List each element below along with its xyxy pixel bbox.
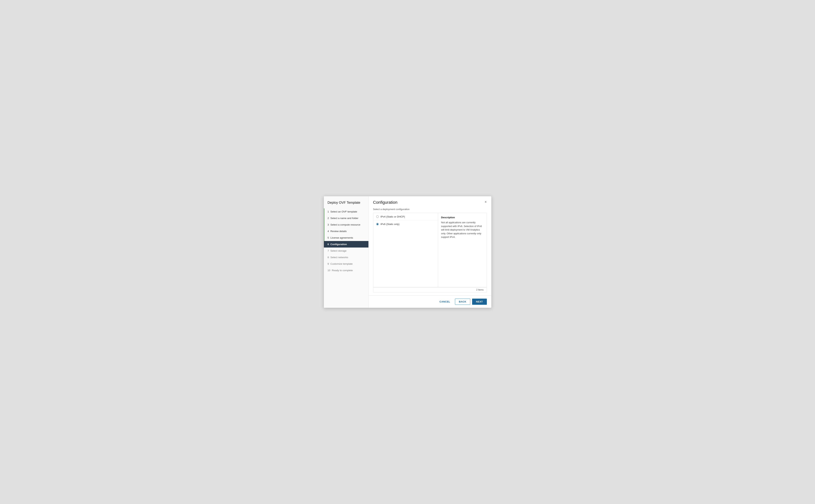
sidebar-item-label-10: Ready to complete [332, 269, 353, 272]
step-num-7: 7 [327, 249, 329, 252]
sidebar-item-9: 9 Customize template [324, 261, 368, 267]
option-row-ipv4[interactable]: IPv4 (Static or DHCP) [373, 213, 438, 221]
sidebar-item-5[interactable]: 5 License agreements [324, 234, 368, 241]
sidebar: Deploy OVF Template 1 Select an OVF temp… [324, 196, 368, 308]
close-button[interactable]: × [485, 200, 487, 204]
step-num-3: 3 [327, 223, 329, 226]
sidebar-item-8: 8 Select networks [324, 254, 368, 261]
sidebar-item-3[interactable]: 3 Select a compute resource [324, 221, 368, 228]
radio-ipv6[interactable] [376, 223, 379, 225]
footer: CANCEL BACK NEXT [368, 295, 491, 308]
sidebar-item-label-9: Customize template [330, 262, 352, 265]
sidebar-item-4[interactable]: 4 Review details [324, 228, 368, 234]
sidebar-item-label-4: Review details [330, 230, 346, 233]
config-area: IPv4 (Static or DHCP) IPv6 (Static only)… [373, 213, 487, 287]
description-text: Not all applications are currently suppo… [441, 221, 484, 239]
items-count: 2 Items [373, 287, 487, 292]
description-panel: Description Not all applications are cur… [438, 213, 487, 287]
dialog-body: Deploy OVF Template 1 Select an OVF temp… [324, 196, 491, 308]
step-num-1: 1 [327, 210, 329, 213]
option-label-ipv4[interactable]: IPv4 (Static or DHCP) [380, 215, 405, 218]
sidebar-title: Deploy OVF Template [324, 199, 368, 208]
step-num-2: 2 [327, 217, 329, 220]
step-num-10: 10 [327, 269, 330, 272]
page-title: Configuration [373, 200, 397, 205]
sidebar-item-6[interactable]: 6 Configuration [324, 241, 368, 248]
sidebar-item-label-3: Select a compute resource [330, 223, 360, 226]
sidebar-item-label-6: Configuration [330, 243, 347, 246]
step-num-8: 8 [327, 256, 329, 259]
step-num-5: 5 [327, 236, 329, 239]
sidebar-item-label-8: Select networks [330, 256, 348, 259]
description-title: Description [441, 216, 484, 219]
sidebar-item-label-7: Select storage [330, 249, 346, 252]
option-row-ipv6[interactable]: IPv6 (Static only) [373, 221, 438, 228]
sidebar-item-2[interactable]: 2 Select a name and folder [324, 215, 368, 221]
subtitle: Select a deployment configuration [368, 208, 491, 213]
step-num-4: 4 [327, 230, 329, 233]
deploy-ovf-dialog: Deploy OVF Template 1 Select an OVF temp… [324, 196, 492, 308]
main-header: Configuration × [368, 196, 491, 208]
option-label-ipv6[interactable]: IPv6 (Static only) [380, 223, 399, 226]
sidebar-item-10: 10 Ready to complete [324, 267, 368, 274]
main-content: Configuration × Select a deployment conf… [368, 196, 491, 308]
radio-ipv4[interactable] [376, 215, 379, 218]
sidebar-item-label-5: License agreements [330, 236, 353, 239]
sidebar-item-label-2: Select a name and folder [330, 217, 358, 220]
back-button[interactable]: BACK [455, 299, 470, 305]
cancel-button[interactable]: CANCEL [437, 299, 453, 305]
sidebar-item-1[interactable]: 1 Select an OVF template [324, 208, 368, 215]
sidebar-item-7: 7 Select storage [324, 248, 368, 254]
sidebar-item-label-1: Select an OVF template [330, 210, 357, 213]
step-num-9: 9 [327, 262, 329, 265]
options-panel: IPv4 (Static or DHCP) IPv6 (Static only) [373, 213, 438, 287]
next-button[interactable]: NEXT [472, 299, 487, 305]
step-num-6: 6 [327, 243, 329, 246]
